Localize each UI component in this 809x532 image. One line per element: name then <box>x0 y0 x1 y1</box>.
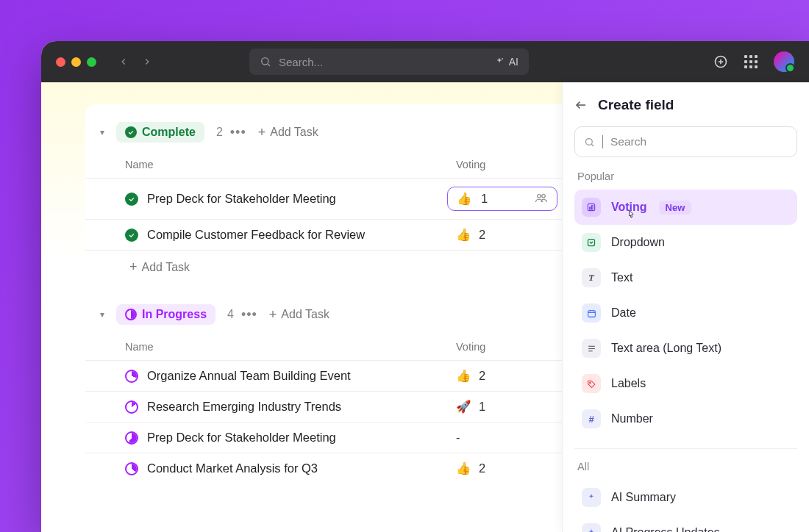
sparkle-icon <box>582 488 601 507</box>
voting-cell[interactable]: 👍 2 <box>456 461 559 475</box>
vote-emoji: 🚀 <box>456 400 471 414</box>
nav-forward-icon[interactable] <box>142 57 152 67</box>
vote-count: 1 <box>481 192 488 206</box>
svg-rect-13 <box>592 206 593 209</box>
vote-emoji: 👍 <box>456 369 471 383</box>
minimize-window-button[interactable] <box>71 57 81 67</box>
add-task-button[interactable]: + Add Task <box>258 125 318 140</box>
new-badge: New <box>659 201 692 215</box>
vote-count: 2 <box>479 461 485 475</box>
task-complete-icon <box>125 229 138 242</box>
svg-rect-14 <box>588 240 595 246</box>
search-icon <box>584 137 595 148</box>
field-option-labels[interactable]: Labels <box>574 366 797 401</box>
status-pill-complete[interactable]: Complete <box>116 122 204 143</box>
field-option-dropdown[interactable]: Dropdown <box>574 225 797 260</box>
textarea-icon <box>582 339 601 358</box>
people-icon <box>535 192 548 206</box>
separator <box>574 448 797 449</box>
vote-count: 2 <box>479 369 485 383</box>
field-option-ai-summary[interactable]: AI Summary <box>574 480 797 515</box>
group-label-all: All <box>577 461 794 472</box>
section-menu-icon[interactable]: ••• <box>241 307 257 323</box>
task-progress-icon <box>125 370 138 383</box>
global-search[interactable]: Search... AI <box>249 48 529 75</box>
section-collapse-toggle[interactable]: ▾ <box>96 309 109 320</box>
check-circle-icon <box>125 126 137 138</box>
field-option-ai-progress[interactable]: AI Progress Updates <box>574 515 797 532</box>
task-title: Compile Customer Feedback for Review <box>147 228 365 242</box>
field-option-date[interactable]: Date <box>574 295 797 331</box>
sparkle-icon <box>494 57 505 67</box>
search-placeholder: Search... <box>279 56 487 68</box>
svg-rect-15 <box>588 310 595 317</box>
vote-emoji: 👍 <box>456 461 471 475</box>
window-traffic-lights <box>56 57 96 67</box>
task-title: Research Emerging Industry Trends <box>147 400 341 414</box>
task-progress-icon <box>125 431 138 445</box>
field-option-textarea[interactable]: Text area (Long Text) <box>574 331 797 366</box>
sparkle-icon <box>582 523 601 532</box>
section-collapse-toggle[interactable]: ▾ <box>96 127 109 137</box>
panel-search-input[interactable]: Search <box>574 126 797 157</box>
create-field-panel: Create field Search Popular Voting New D… <box>562 82 809 532</box>
search-placeholder: Search <box>610 135 646 148</box>
maximize-window-button[interactable] <box>87 57 96 67</box>
task-complete-icon <box>125 193 138 206</box>
vote-count: 2 <box>479 228 485 242</box>
svg-point-9 <box>586 138 593 145</box>
task-title: Conduct Market Analysis for Q3 <box>147 461 318 475</box>
task-progress-icon <box>125 462 138 475</box>
vote-count: 1 <box>479 400 485 414</box>
field-option-voting[interactable]: Voting New <box>574 190 797 225</box>
field-option-number[interactable]: # Number <box>574 401 797 436</box>
svg-point-6 <box>538 195 541 198</box>
text-cursor <box>602 135 603 148</box>
voting-cell[interactable]: 👍 2 <box>456 369 559 383</box>
group-label-popular: Popular <box>577 170 794 182</box>
vote-emoji: 👍 <box>456 228 471 242</box>
task-progress-icon <box>125 400 138 414</box>
back-arrow-icon[interactable] <box>574 98 588 112</box>
voting-cell[interactable]: - <box>456 431 559 445</box>
svg-point-22 <box>589 382 591 384</box>
plus-icon: + <box>269 307 277 323</box>
ai-button[interactable]: AI <box>494 56 518 68</box>
voting-cell-highlighted[interactable]: 👍 1 <box>447 187 557 211</box>
svg-point-0 <box>262 58 268 65</box>
plus-icon: + <box>258 125 266 140</box>
add-task-button[interactable]: + Add Task <box>269 307 329 323</box>
column-name-header: Name <box>125 159 456 170</box>
svg-rect-12 <box>590 207 591 209</box>
voting-cell[interactable]: 👍 2 <box>456 228 559 242</box>
plus-icon: + <box>129 259 138 275</box>
voting-cell[interactable]: 🚀 1 <box>456 400 559 414</box>
progress-circle-icon <box>125 309 137 320</box>
svg-point-2 <box>502 58 503 60</box>
task-title: Organize Annual Team Building Event <box>147 369 351 383</box>
user-avatar[interactable] <box>774 51 794 72</box>
titlebar: Search... AI <box>41 41 809 82</box>
column-voting-header: Voting <box>456 159 559 170</box>
nav-back-icon[interactable] <box>118 57 129 67</box>
svg-line-10 <box>591 144 594 146</box>
field-option-text[interactable]: T Text <box>574 260 797 295</box>
vote-text: - <box>456 431 460 445</box>
add-icon[interactable] <box>713 54 728 69</box>
pointer-cursor-icon <box>624 209 638 224</box>
status-pill-in-progress[interactable]: In Progress <box>116 304 215 325</box>
apps-icon[interactable] <box>744 55 758 68</box>
dropdown-icon <box>582 233 601 252</box>
section-count: 2 <box>216 126 223 139</box>
hash-icon: # <box>582 409 601 428</box>
section-count: 4 <box>227 308 234 321</box>
task-title: Prep Deck for Stakeholder Meeting <box>147 431 336 445</box>
section-menu-icon[interactable]: ••• <box>230 125 246 140</box>
close-window-button[interactable] <box>56 57 65 67</box>
voting-icon <box>582 198 601 217</box>
calendar-icon <box>582 303 601 323</box>
svg-line-1 <box>268 64 270 66</box>
tag-icon <box>582 374 601 393</box>
text-icon: T <box>582 268 601 287</box>
column-voting-header: Voting <box>456 341 559 353</box>
